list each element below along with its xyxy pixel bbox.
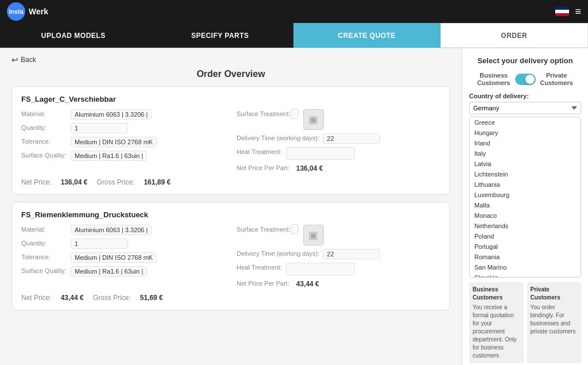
dropdown-item-portugal[interactable]: Portugal	[470, 241, 581, 252]
surface-treatment-label-2: Surface Treatment:	[237, 225, 291, 233]
detail-net-per-part-2: Net Price Per Part: 43,44 €	[237, 279, 440, 289]
dropdown-item-luxembourg[interactable]: Luxembourg	[470, 190, 581, 200]
dropdown-item-lithuania[interactable]: Lithuania	[470, 179, 581, 190]
dropdown-item-netherlands[interactable]: Netherlands	[470, 221, 581, 231]
detail-material-2: Material: Aluminium 6063 | 3.3206 |	[21, 225, 225, 235]
step-create-quote[interactable]: Create Quote	[293, 23, 440, 48]
steps-bar: Upload Models Specify Parts Create Quote…	[0, 23, 588, 48]
heat-treatment-label-1: Heat Treatment:	[237, 147, 283, 155]
detail-tolerance-1: Tolerance: Medium | DIN ISO 2768 mK	[21, 137, 225, 147]
quantity-label-2: Quantity:	[21, 239, 67, 247]
detail-quantity-2: Quantity: 1	[21, 239, 225, 249]
detail-tolerance-2: Tolerance: Medium | DIN ISO 2768 mK	[21, 252, 225, 263]
nav-right: ≡	[555, 6, 581, 18]
delivery-time-label-2: Delivery Time (working days):	[237, 249, 319, 257]
detail-surface-quality-1: Surface Quality: Medium | Ra1.6 | 63uin …	[21, 151, 225, 161]
surface-treatment-label-1: Surface Treatment:	[237, 109, 291, 117]
net-per-part-value-2: 43,44 €	[293, 279, 350, 289]
country-dropdown-list[interactable]: Greece Hungary Irland Italy Latvia Licht…	[469, 117, 581, 278]
surface-quality-value-1: Medium | Ra1.6 | 63uin |	[71, 151, 147, 161]
detail-net-per-part-1: Net Price Per Part: 136,04 €	[237, 163, 440, 174]
dropdown-item-greece[interactable]: Greece	[470, 117, 581, 128]
back-link[interactable]: ↩ Back	[11, 55, 450, 64]
dropdown-item-hungary[interactable]: Hungary	[470, 128, 581, 138]
gross-price-value-1: 161,89 €	[144, 178, 171, 186]
left-panel: ↩ Back Order Overview FS_Lager_C_Verschi…	[0, 48, 462, 365]
info-box-business: Business Customers You receive a formal …	[469, 282, 524, 363]
price-row-1: Net Price: 136,04 € Gross Price: 161,89 …	[21, 178, 440, 186]
step-upload[interactable]: Upload Models	[0, 23, 147, 48]
dropdown-item-latvia[interactable]: Latvia	[470, 159, 581, 169]
net-per-part-label-2: Net Price Per Part:	[237, 279, 289, 287]
model-thumbnail-icon-1: ▣	[308, 113, 318, 126]
net-price-label-2: Net Price:	[21, 294, 52, 302]
dropdown-item-lichtenstein[interactable]: Lichtenstein	[470, 169, 581, 179]
net-price-label-1: Net Price:	[21, 178, 52, 186]
delivery-time-label-1: Delivery Time (working days):	[237, 133, 319, 141]
logo: Insta Werk	[7, 2, 48, 21]
step-create-quote-label: Create Quote	[338, 32, 396, 40]
info-boxes: Business Customers You receive a formal …	[469, 282, 581, 363]
country-of-delivery-label: Country of delivery:	[469, 93, 581, 99]
hamburger-menu[interactable]: ≡	[575, 6, 581, 18]
step-upload-label: Upload Models	[41, 32, 106, 40]
part-details-2: Material: Aluminium 6063 | 3.3206 | Quan…	[21, 225, 440, 289]
net-per-part-value-1: 136,04 €	[293, 163, 350, 174]
thumbnail-1: ▣	[303, 109, 324, 130]
quantity-value-1: 1	[71, 123, 128, 133]
info-box-private-title: Private Customers	[531, 286, 578, 302]
detail-delivery-2: Delivery Time (working days): 22	[237, 249, 440, 259]
net-price-value-2: 43,44 €	[61, 294, 84, 302]
part-name-2: FS_Riemenklemmung_Druckstueck	[21, 210, 440, 219]
delivery-time-value-2: 22	[323, 249, 380, 259]
logo-prefix: Insta	[9, 8, 24, 15]
dropdown-item-san-marino[interactable]: San Marino	[470, 262, 581, 272]
part-name-1: FS_Lager_C_Verschiebbar	[21, 95, 440, 103]
step-specify[interactable]: Specify Parts	[147, 23, 294, 48]
info-box-business-text: You receive a formal quotation for your …	[473, 303, 520, 360]
material-value-1: Aluminium 6063 | 3.3206 |	[71, 109, 152, 120]
info-box-private: Private Customers You order bindingly. F…	[527, 282, 582, 363]
toggle-knob	[525, 75, 535, 84]
business-customers-label: BusinessCustomers	[477, 72, 510, 87]
info-box-business-title: Business Customers	[473, 286, 520, 302]
surface-quality-label-2: Surface Quality:	[21, 266, 67, 274]
back-arrow-icon: ↩	[11, 55, 18, 64]
right-panel-delivery: Select your delivery option BusinessCust…	[462, 48, 588, 365]
quantity-label-1: Quantity:	[21, 123, 67, 131]
country-select[interactable]: Germany	[469, 102, 581, 114]
dropdown-item-slovakia[interactable]: Slovakia	[470, 272, 581, 278]
tolerance-label-2: Tolerance:	[21, 252, 67, 260]
part-detail-group-left-1: Material: Aluminium 6063 | 3.3206 | Quan…	[21, 109, 225, 174]
logo-text: Werk	[29, 7, 48, 16]
surface-treatment-row-2: Surface Treatment: ▣	[237, 225, 440, 245]
detail-surface-quality-2: Surface Quality: Medium | Ra1.6 | 63uin …	[21, 266, 225, 276]
dropdown-item-malta[interactable]: Malta	[470, 200, 581, 210]
step-order[interactable]: Order	[440, 23, 589, 48]
model-thumbnail-icon-2: ▣	[308, 229, 318, 241]
heat-treatment-value-2	[286, 263, 355, 275]
material-label-2: Material:	[21, 225, 67, 233]
private-customers-label: PrivateCustomers	[540, 72, 573, 87]
order-title: Order Overview	[11, 69, 450, 79]
gross-price-label-2: Gross Price:	[93, 294, 131, 302]
customer-type-toggle[interactable]	[515, 74, 536, 85]
main-content: ↩ Back Order Overview FS_Lager_C_Verschi…	[0, 48, 588, 365]
tolerance-value-2: Medium | DIN ISO 2768 mK	[71, 252, 157, 263]
dropdown-item-romania[interactable]: Romania	[470, 252, 581, 262]
part-card-1: FS_Lager_C_Verschiebbar Material: Alumin…	[11, 86, 450, 195]
flag-icon[interactable]	[555, 7, 569, 16]
top-navigation: Insta Werk ≡	[0, 0, 588, 23]
part-detail-group-left-2: Material: Aluminium 6063 | 3.3206 | Quan…	[21, 225, 225, 289]
dropdown-item-monaco[interactable]: Monaco	[470, 210, 581, 221]
part-detail-group-right-2: Surface Treatment: ▣ Delivery Time (work…	[237, 225, 440, 289]
delivery-time-value-1: 22	[323, 133, 380, 144]
dropdown-item-italy[interactable]: Italy	[470, 148, 581, 159]
detail-material-1: Material: Aluminium 6063 | 3.3206 |	[21, 109, 225, 120]
heat-treatment-value-1	[286, 147, 355, 160]
customer-toggle: BusinessCustomers PrivateCustomers	[469, 72, 581, 87]
dropdown-item-poland[interactable]: Poland	[470, 231, 581, 241]
dropdown-item-irland[interactable]: Irland	[470, 138, 581, 148]
quantity-value-2: 1	[71, 239, 128, 249]
surface-quality-value-2: Medium | Ra1.6 | 63uin |	[71, 266, 147, 276]
